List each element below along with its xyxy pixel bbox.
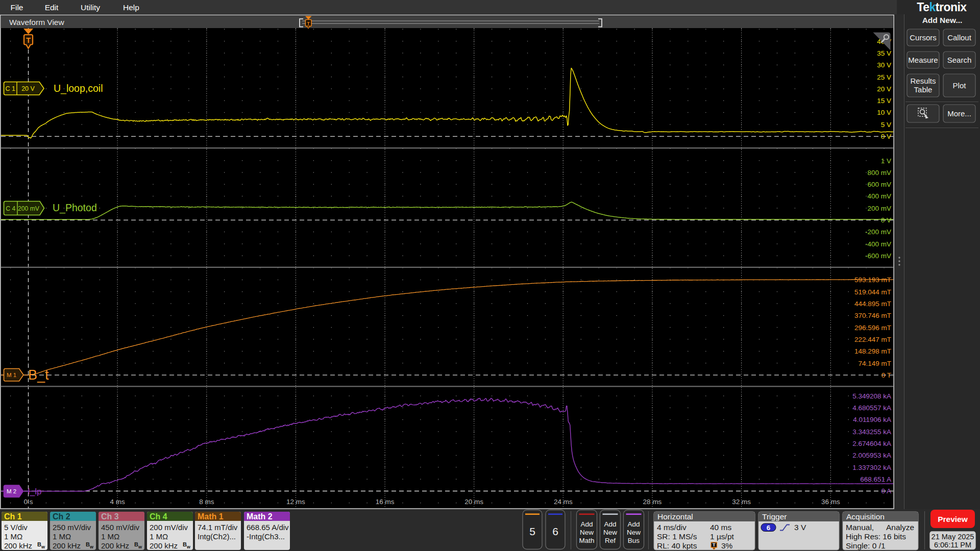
svg-text:B: B (86, 541, 90, 547)
svg-text:28 ms: 28 ms (643, 498, 662, 506)
svg-text:0 V: 0 V (881, 216, 891, 224)
svg-text:1 MΩ: 1 MΩ (150, 532, 168, 541)
svg-text:M 1: M 1 (7, 372, 16, 378)
svg-text:Ch 2: Ch 2 (53, 512, 70, 521)
svg-text:3%: 3% (721, 541, 733, 550)
svg-text:New: New (603, 529, 617, 536)
svg-text:T: T (713, 542, 716, 547)
svg-text:1.337302 kA: 1.337302 kA (852, 464, 891, 471)
svg-text:1 µs/pt: 1 µs/pt (710, 532, 734, 541)
svg-text:Cursors: Cursors (910, 33, 937, 42)
svg-text:5.349208 kA: 5.349208 kA (852, 392, 891, 400)
svg-text:M 2: M 2 (7, 488, 16, 494)
svg-text:w: w (138, 544, 142, 549)
svg-text:1 MΩ: 1 MΩ (53, 532, 71, 541)
svg-text:Tektronix: Tektronix (917, 1, 967, 14)
svg-text:6:06:11 PM: 6:06:11 PM (934, 541, 971, 549)
svg-text:Math 1: Math 1 (198, 512, 224, 521)
svg-text:1 V: 1 V (881, 157, 891, 165)
svg-text:B: B (134, 541, 138, 547)
svg-text:2.005953 kA: 2.005953 kA (852, 452, 891, 459)
svg-text:40 ms: 40 ms (710, 523, 731, 532)
svg-text:SR: 1 MS/s: SR: 1 MS/s (657, 532, 697, 541)
svg-text:Trigger: Trigger (762, 512, 787, 521)
svg-text:32 ms: 32 ms (732, 498, 751, 506)
svg-text:15 V: 15 V (877, 97, 891, 105)
svg-text:File: File (11, 3, 23, 12)
svg-text:36 ms: 36 ms (821, 498, 840, 506)
svg-text:Help: Help (123, 3, 139, 12)
svg-text:21 May 2025: 21 May 2025 (932, 533, 974, 541)
svg-text:Intg(Ch2)...: Intg(Ch2)... (198, 532, 236, 541)
svg-text:Callout: Callout (947, 33, 972, 42)
svg-text:593.193 mT: 593.193 mT (854, 276, 891, 284)
svg-text:Manual,: Manual, (846, 523, 874, 532)
svg-text:Measure: Measure (908, 56, 938, 64)
svg-text:Add: Add (627, 520, 640, 528)
svg-text:800 mV: 800 mV (867, 169, 891, 177)
svg-text:296.596 mT: 296.596 mT (854, 324, 891, 332)
svg-text:3.343255 kA: 3.343255 kA (852, 428, 891, 436)
svg-text:Add New...: Add New... (922, 16, 963, 24)
svg-text:200 mV/div: 200 mV/div (150, 523, 188, 532)
svg-text:250 mV/div: 250 mV/div (53, 523, 91, 532)
svg-text:444.895 mT: 444.895 mT (854, 300, 891, 308)
svg-text:Horizontal: Horizontal (657, 512, 693, 521)
svg-text:0 A: 0 A (881, 487, 891, 495)
svg-text:Math: Math (579, 537, 594, 544)
svg-text:0 s: 0 s (23, 498, 33, 506)
svg-text:C 4: C 4 (6, 205, 15, 212)
svg-text:5 V: 5 V (881, 121, 891, 129)
svg-text:I_lp: I_lp (28, 487, 41, 496)
svg-text:w: w (41, 544, 45, 549)
svg-text:24 ms: 24 ms (554, 498, 573, 506)
svg-text:-200 mV: -200 mV (865, 228, 891, 236)
svg-text:668.651 A: 668.651 A (860, 475, 891, 483)
svg-text:4 ms: 4 ms (110, 498, 125, 506)
svg-text:668.65 A/div: 668.65 A/div (247, 523, 289, 532)
svg-text:Table: Table (914, 85, 933, 94)
svg-text:6: 6 (767, 524, 771, 532)
svg-text:Search: Search (947, 56, 972, 64)
svg-text:200 kHz: 200 kHz (150, 541, 178, 550)
svg-text:25 V: 25 V (877, 73, 891, 81)
svg-text:200 mV: 200 mV (867, 205, 891, 212)
svg-text:20 V: 20 V (877, 85, 891, 93)
svg-text:Add: Add (604, 520, 616, 528)
svg-text:2.674604 kA: 2.674604 kA (852, 440, 891, 447)
svg-text:35 V: 35 V (877, 49, 891, 57)
svg-text:Bus: Bus (628, 537, 640, 544)
svg-text:T: T (307, 20, 310, 26)
svg-text:12 ms: 12 ms (286, 498, 305, 506)
svg-text:400 mV: 400 mV (867, 192, 891, 200)
svg-text:New: New (627, 529, 641, 536)
svg-text:200 kHz: 200 kHz (53, 541, 81, 550)
svg-text:More...: More... (947, 109, 971, 118)
svg-text:B_t: B_t (28, 367, 49, 383)
svg-text:T: T (26, 36, 31, 44)
svg-text:Edit: Edit (45, 3, 59, 12)
svg-text:74.149 mT: 74.149 mT (858, 360, 891, 367)
svg-text:222.447 mT: 222.447 mT (854, 336, 891, 343)
svg-text:Math 2: Math 2 (247, 512, 273, 521)
svg-text:200 kHz: 200 kHz (4, 541, 32, 550)
svg-text:148.298 mT: 148.298 mT (854, 347, 891, 355)
svg-text:Ref: Ref (605, 537, 616, 544)
svg-text:74.1 mT/div: 74.1 mT/div (198, 523, 238, 532)
svg-text:0 V: 0 V (881, 133, 891, 140)
svg-text:Plot: Plot (953, 81, 967, 90)
svg-text:Utility: Utility (81, 3, 100, 12)
svg-text:w: w (186, 544, 191, 549)
svg-text:600 mV: 600 mV (867, 181, 891, 188)
svg-text:370.746 mT: 370.746 mT (854, 312, 891, 319)
svg-text:5 V/div: 5 V/div (4, 523, 28, 532)
svg-text:3 V: 3 V (794, 523, 806, 532)
svg-text:-Intg(Ch3...: -Intg(Ch3... (247, 532, 285, 541)
svg-text:200 kHz: 200 kHz (101, 541, 129, 550)
svg-text:C 1: C 1 (5, 85, 15, 92)
svg-text:RL: 40 kpts: RL: 40 kpts (657, 541, 697, 550)
svg-text:1 MΩ: 1 MΩ (101, 532, 119, 541)
svg-text:w: w (89, 544, 94, 549)
svg-text:30 V: 30 V (877, 61, 891, 69)
svg-text:Ch 4: Ch 4 (150, 512, 167, 521)
